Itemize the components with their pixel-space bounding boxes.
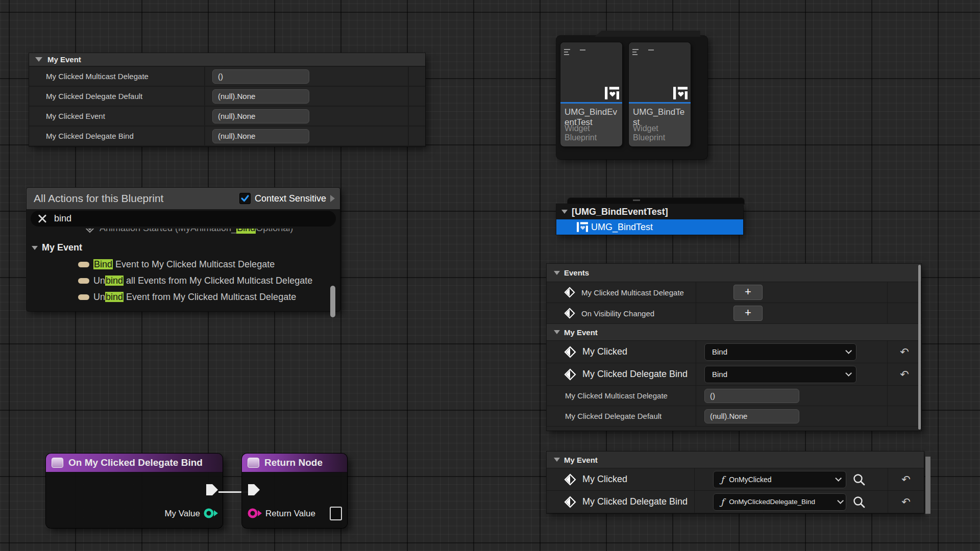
property-value-field[interactable]: (null).None [212,109,309,123]
blueprint-node-return-node[interactable]: Return Node Return Value [242,454,347,528]
asset-card[interactable]: UMG_BindEventTest Widget Blueprint [560,42,622,146]
details-panel-function-bindings: My Event My Clicked ƒ OnMyClicked [547,452,924,513]
action-item-clipped[interactable]: Animation Started (MyAnimation_BindOptio… [27,229,340,239]
tree-child-row-selected[interactable]: UMG_BindTest [556,219,743,235]
search-match-highlight: bind [105,292,124,302]
function-dropdown[interactable]: ƒ OnMyClicked [713,471,846,488]
clear-search-icon[interactable] [38,214,47,223]
browse-to-function-button[interactable] [852,495,866,509]
property-row: My Clicked Delegate Default (null).None [29,87,425,107]
column-divider [408,107,409,126]
action-item-text: Optional) [256,229,293,234]
event-dispatcher-icon [78,262,89,267]
collapse-arrow-icon[interactable] [561,210,568,214]
context-sensitive-checkbox[interactable] [239,193,251,204]
property-value-field[interactable]: () [704,389,799,403]
scrollbar-thumb[interactable] [925,457,930,514]
exec-input-pin[interactable] [247,483,260,496]
widget-blueprint-icon [673,87,688,99]
delegate-label: My Clicked Delegate Bind [582,496,688,507]
function-dropdown[interactable]: ƒ OnMyClickedDelegate_Bind [713,493,846,511]
reset-to-default-button[interactable]: ↶ [900,368,909,381]
output-pin-label: My Value [164,509,200,518]
action-category-header[interactable]: My Event [27,239,340,256]
event-row: My Clicked Multicast Delegate + [547,282,921,303]
value-input-pin[interactable] [247,507,262,519]
delegate-pin-icon [564,287,575,298]
property-value-field[interactable]: (null).None [704,409,799,423]
node-title: Return Node [264,457,323,468]
output-pin-row: My Value [164,509,200,519]
function-icon: ƒ [721,474,724,485]
tree-root-row[interactable]: [UMG_BindEventTest] [556,204,743,219]
action-item[interactable]: Unbind all Events from My Clicked Multic… [27,272,340,289]
property-label: My Clicked Multicast Delegate [547,391,668,400]
category-header[interactable]: My Event [29,53,425,67]
action-item[interactable]: Unbind Event from My Clicked Multicast D… [27,289,340,305]
my-event-section-header[interactable]: My Event [547,452,924,468]
exec-output-pin[interactable] [205,483,218,496]
delegate-label: My Clicked Delegate Bind [582,369,688,380]
actions-menu-header: All Actions for this Blueprint Context S… [27,188,340,209]
details-panel-events: Events My Clicked Multicast Delegate + [547,264,921,431]
node-header[interactable]: Return Node [242,454,347,472]
collapse-arrow-icon[interactable] [554,271,560,275]
column-divider [408,127,409,145]
details-scrollbar[interactable] [918,265,921,430]
category-header-label: My Event [47,55,81,64]
asset-card[interactable]: UMG_BindTest Widget Blueprint [629,42,691,146]
input-pin-label: Return Value [265,509,315,518]
collapse-arrow-icon[interactable] [32,246,38,250]
bind-mode-dropdown[interactable]: Bind [704,343,856,361]
delegate-pin-icon [564,346,576,358]
asset-thumbnail [560,42,622,102]
property-label: My Clicked Delegate Default [547,412,662,420]
property-value-field[interactable]: (null).None [212,89,309,104]
delegate-pin-icon [564,308,575,319]
search-input[interactable] [54,213,329,224]
property-value-field[interactable]: () [212,69,309,84]
function-bind-row: My Clicked ƒ OnMyClicked ↶ [547,468,924,491]
add-event-button[interactable]: + [733,306,763,321]
property-row: My Clicked Event (null).None [29,107,425,127]
reset-to-default-button[interactable]: ↶ [900,346,909,358]
actions-search-bar[interactable] [31,211,336,227]
search-match-highlight: Bind [93,259,113,269]
collapse-arrow-icon[interactable] [554,458,560,462]
node-header[interactable]: On My Clicked Delegate Bind [46,454,223,472]
bind-mode-dropdown[interactable]: Bind [704,366,856,383]
action-item[interactable]: Bind Event to My Clicked Multicast Deleg… [27,256,340,272]
event-dispatcher-icon [78,278,89,284]
reset-to-default-button[interactable]: ↶ [901,473,911,486]
event-dispatcher-icon [78,294,89,300]
content-browser-tab[interactable] [595,31,700,37]
actions-scrollbar[interactable] [330,286,335,317]
add-event-button[interactable]: + [733,285,763,300]
property-value-field[interactable]: (null).None [212,129,309,143]
chevron-down-icon [845,347,852,354]
blueprint-editor-viewport: My Event My Clicked Multicast Delegate (… [0,0,980,551]
events-section-header[interactable]: Events [547,264,921,282]
chevron-down-icon [837,497,844,504]
reset-to-default-button[interactable]: ↶ [901,496,911,508]
delegate-bind-row: My Clicked Bind ↶ [547,341,921,363]
delegate-bind-row: My Clicked Delegate Bind Bind ↶ [547,363,921,386]
browse-to-function-button[interactable] [852,473,866,486]
function-bind-row: My Clicked Delegate Bind ƒ OnMyClickedDe… [547,491,924,513]
property-label: My Clicked Delegate Default [29,92,204,101]
my-event-section-header[interactable]: My Event [547,324,921,341]
expander-arrow-icon[interactable] [330,195,335,202]
property-label: My Clicked Event [29,112,204,120]
property-row: My Clicked Multicast Delegate () [29,67,425,87]
animation-event-icon [84,229,95,234]
blueprint-node-on-my-clicked-delegate-bind[interactable]: On My Clicked Delegate Bind My Value [46,454,223,528]
collapse-arrow-icon[interactable] [554,330,560,334]
search-match-highlight: bind [105,276,124,286]
search-icon [852,495,866,509]
value-output-pin[interactable] [203,507,218,519]
return-value-checkbox[interactable] [330,507,342,520]
column-divider [408,87,409,106]
collapse-arrow-icon[interactable] [35,57,42,62]
property-row: My Clicked Delegate Default (null).None [547,406,921,427]
context-sensitive-label: Context Sensitive [255,193,326,204]
